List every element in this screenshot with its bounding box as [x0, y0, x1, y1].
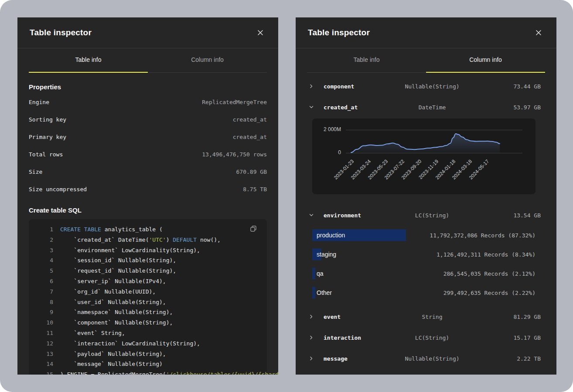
properties-section-title: Properties [29, 83, 267, 91]
environment-value-records: 299,492,635 Records (2.22%) [443, 290, 535, 296]
line-number: 8 [42, 297, 53, 308]
column-row-interaction[interactable]: interactionLC(String)15.17 GB [296, 327, 556, 348]
chevron-down-icon[interactable] [309, 213, 317, 218]
line-number: 1 [42, 224, 53, 235]
sql-token-str: '/clickhouse/tables/{uuid}/{shard}' [166, 371, 278, 375]
table-inspector-dialog-column-info: Table inspector Table info Column info c… [296, 17, 556, 375]
column-name: environment [324, 212, 396, 219]
table-inspector-dialog-table-info: Table inspector Table info Column info P… [17, 17, 278, 375]
x-axis-label: 2024-05-17 [458, 159, 490, 190]
line-number: 3 [42, 245, 53, 256]
sql-line: 9 `namespace` Nullable(String), [42, 307, 259, 318]
property-label: Size [29, 169, 42, 175]
sql-code-text: `environment` LowCardinality(String), [60, 245, 200, 256]
sql-code-text: `created_at` DateTime('UTC') DEFAULT now… [60, 235, 221, 245]
tab-table-info[interactable]: Table info [29, 48, 148, 73]
sql-token-plain: `server_ip` Nullable(IPv4), [60, 278, 166, 284]
tab-column-info[interactable]: Column info [426, 48, 545, 73]
property-value: created_at [233, 134, 267, 140]
sql-line: 10 `component` Nullable(String), [42, 318, 259, 328]
chevron-right-icon[interactable] [309, 314, 317, 319]
sql-token-plain: `created_at` DateTime( [60, 237, 149, 243]
created-at-distribution-chart: 2 000M02023-01-232023-03-242023-05-23202… [312, 118, 535, 194]
chevron-right-icon[interactable] [309, 356, 317, 361]
column-type: Nullable(String) [396, 355, 468, 362]
column-row-event[interactable]: eventString81.29 GB [296, 306, 556, 327]
sql-token-plain: `component` Nullable(String), [60, 319, 173, 326]
column-type: Nullable(String) [396, 83, 468, 90]
sql-code-lines: 1CREATE TABLE analytics_table (2 `create… [42, 224, 259, 375]
sql-token-plain: `event` String, [60, 330, 125, 336]
property-row: Size670.89 GB [29, 163, 267, 180]
sql-code-text: CREATE TABLE analytics_table ( [60, 224, 163, 235]
sql-token-plain: `message` Nullable(String) [60, 361, 163, 367]
line-number: 10 [42, 318, 53, 328]
sql-line: 8 `user_id` Nullable(String), [42, 297, 259, 308]
column-name: component [324, 83, 396, 90]
column-row-component[interactable]: componentNullable(String)73.44 GB [296, 76, 556, 97]
environment-value-label: Other [317, 289, 332, 296]
x-axis-label: 2023-07-22 [374, 159, 406, 190]
column-type: DateTime [396, 104, 468, 111]
sql-line: 13 `payload` Nullable(String), [42, 349, 259, 359]
sql-token-plain: `request_id` Nullable(String), [60, 267, 176, 274]
environment-value-records: 11,792,372,086 Records (87.32%) [430, 232, 535, 239]
column-size: 2.22 TB [468, 355, 541, 362]
sql-code-text: `request_id` Nullable(String), [60, 266, 176, 276]
column-row-created_at[interactable]: created_atDateTime53.97 GB [296, 97, 556, 118]
chevron-right-icon[interactable] [309, 335, 317, 340]
table-info-content: Properties EngineReplicatedMergeTreeSort… [17, 83, 278, 375]
column-size: 15.17 GB [468, 335, 541, 341]
property-label: Sorting key [29, 116, 66, 123]
line-number: 13 [42, 349, 53, 359]
property-value: ReplicatedMergeTree [202, 99, 267, 105]
sql-token-plain: `payload` Nullable(String), [60, 351, 166, 357]
environment-value-row: qa286,545,035 Records (2.12%) [312, 264, 541, 283]
environment-value-label: qa [317, 270, 324, 277]
property-label: Primary key [29, 134, 66, 140]
chevron-down-icon[interactable] [309, 105, 317, 110]
close-icon[interactable] [533, 27, 544, 38]
copy-icon[interactable] [249, 224, 258, 235]
y-axis-label: 2 000M [317, 126, 341, 132]
tab-column-info[interactable]: Column info [148, 48, 267, 73]
environment-value-records: 1,126,492,311 Records (8.34%) [437, 251, 535, 258]
tab-table-info[interactable]: Table info [307, 48, 426, 73]
sql-token-str: 'UTC' [149, 237, 166, 243]
sql-code-text: `event` String, [60, 328, 125, 338]
line-number: 14 [42, 359, 53, 369]
property-value: 8.75 TB [243, 186, 267, 193]
chevron-right-icon[interactable] [309, 84, 317, 89]
column-type: LC(String) [396, 212, 468, 219]
environment-value-bar [312, 287, 315, 299]
x-axis-label: 2023-11-19 [408, 159, 439, 190]
property-row: Total rows13,496,476,750 rows [29, 145, 267, 163]
line-number: 4 [42, 255, 53, 266]
property-label: Size uncompressed [29, 186, 87, 193]
column-type: String [396, 314, 468, 320]
line-number: 11 [42, 328, 53, 338]
column-row-environment[interactable]: environmentLC(String)13.54 GB [296, 205, 556, 226]
sql-section-title: Create table SQL [29, 206, 267, 214]
line-number: 12 [42, 338, 53, 349]
sql-token-plain: `session_id` Nullable(String), [60, 257, 176, 264]
close-icon[interactable] [255, 27, 266, 38]
sql-code-text: `message` Nullable(String) [60, 359, 163, 369]
column-name: created_at [324, 104, 396, 111]
sql-line: 15) ENGINE = ReplicatedMergeTree('/click… [42, 369, 259, 375]
tab-bar: Table info Column info [307, 48, 545, 73]
sql-line: 14 `message` Nullable(String) [42, 359, 259, 369]
dialog-title: Table inspector [308, 28, 370, 37]
environment-value-row: Other299,492,635 Records (2.22%) [312, 283, 541, 302]
property-label: Total rows [29, 151, 63, 158]
dialog-header: Table inspector [296, 17, 556, 48]
sql-code-text: `session_id` Nullable(String), [60, 255, 176, 266]
sql-token-plain: ) ENGINE = ReplicatedMergeTree( [60, 371, 166, 375]
sql-line: 1CREATE TABLE analytics_table ( [42, 224, 259, 235]
sql-token-kw: CREATE TABLE [60, 226, 101, 233]
x-axis-label: 2024-01-18 [425, 159, 456, 190]
property-value: 13,496,476,750 rows [202, 151, 267, 158]
column-size: 73.44 GB [468, 83, 541, 90]
column-list: componentNullable(String)73.44 GBcreated… [296, 73, 556, 369]
column-row-message[interactable]: messageNullable(String)2.22 TB [296, 348, 556, 369]
